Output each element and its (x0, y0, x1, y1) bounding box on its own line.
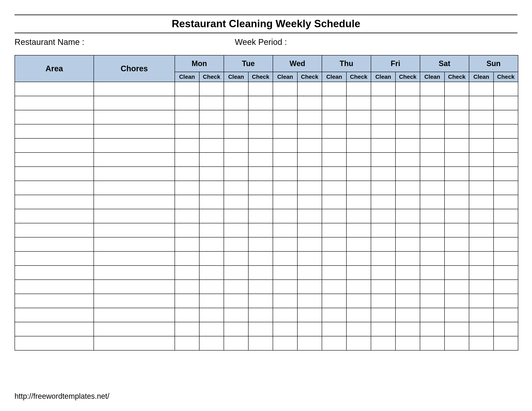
table-cell (175, 223, 199, 237)
table-cell (395, 167, 420, 181)
table-cell (297, 138, 322, 153)
table-cell (175, 124, 199, 138)
table-cell (175, 195, 199, 209)
table-cell (175, 181, 199, 195)
table-cell (15, 209, 94, 223)
table-row (15, 209, 518, 223)
table-cell (273, 308, 297, 322)
table-cell (273, 237, 297, 251)
table-cell (395, 280, 420, 294)
table-cell (297, 110, 322, 124)
table-cell (199, 153, 224, 167)
table-cell (15, 96, 94, 110)
table-cell (445, 322, 469, 336)
table-cell (15, 237, 94, 251)
table-cell (395, 195, 420, 209)
page: Restaurant Cleaning Weekly Schedule Rest… (0, 0, 532, 411)
sub-clean: Clean (175, 72, 199, 82)
table-cell (322, 322, 346, 336)
table-cell (420, 96, 445, 110)
table-cell (395, 124, 420, 138)
sub-check: Check (297, 72, 322, 82)
sub-clean: Clean (469, 72, 494, 82)
table-cell (273, 223, 297, 237)
table-cell (494, 181, 518, 195)
table-cell (94, 110, 175, 124)
header-chores: Chores (94, 55, 175, 82)
table-cell (273, 322, 297, 336)
table-cell (346, 322, 371, 336)
table-cell (469, 181, 494, 195)
table-cell (15, 308, 94, 322)
table-cell (494, 336, 518, 350)
table-cell (15, 138, 94, 153)
table-cell (445, 294, 469, 308)
table-cell (322, 209, 346, 223)
table-cell (94, 280, 175, 294)
table-cell (15, 294, 94, 308)
table-cell (224, 96, 248, 110)
table-cell (420, 82, 445, 96)
table-cell (297, 195, 322, 209)
title-bottom-rule (15, 33, 517, 33)
table-cell (494, 251, 518, 266)
table-cell (224, 237, 248, 251)
table-cell (273, 181, 297, 195)
table-cell (224, 308, 248, 322)
table-cell (346, 138, 371, 153)
table-cell (420, 308, 445, 322)
table-cell (175, 266, 199, 280)
table-cell (224, 336, 248, 350)
sub-clean: Clean (420, 72, 445, 82)
table-cell (322, 181, 346, 195)
table-cell (494, 209, 518, 223)
table-cell (469, 138, 494, 153)
table-cell (248, 110, 273, 124)
table-cell (469, 322, 494, 336)
table-cell (224, 251, 248, 266)
header-day-wed: Wed (273, 55, 322, 72)
table-row (15, 195, 518, 209)
table-cell (248, 266, 273, 280)
table-cell (395, 237, 420, 251)
table-cell (346, 96, 371, 110)
table-cell (395, 223, 420, 237)
table-cell (297, 223, 322, 237)
table-cell (175, 294, 199, 308)
table-row (15, 223, 518, 237)
table-cell (15, 336, 94, 350)
table-cell (469, 336, 494, 350)
table-cell (94, 336, 175, 350)
table-cell (469, 153, 494, 167)
table-cell (94, 266, 175, 280)
table-cell (420, 209, 445, 223)
table-cell (420, 237, 445, 251)
table-cell (494, 294, 518, 308)
table-cell (297, 322, 322, 336)
table-cell (371, 167, 395, 181)
table-row (15, 322, 518, 336)
sub-check: Check (445, 72, 469, 82)
table-cell (199, 237, 224, 251)
table-cell (224, 82, 248, 96)
table-row (15, 280, 518, 294)
table-cell (273, 110, 297, 124)
table-cell (445, 153, 469, 167)
table-cell (224, 266, 248, 280)
table-cell (395, 181, 420, 195)
table-cell (94, 237, 175, 251)
table-cell (273, 195, 297, 209)
table-row (15, 251, 518, 266)
table-cell (297, 167, 322, 181)
sub-clean: Clean (224, 72, 248, 82)
table-cell (469, 124, 494, 138)
table-cell (297, 280, 322, 294)
table-cell (445, 124, 469, 138)
sub-check: Check (494, 72, 518, 82)
table-cell (199, 223, 224, 237)
table-cell (322, 138, 346, 153)
table-cell (224, 181, 248, 195)
table-cell (248, 294, 273, 308)
table-body (15, 82, 518, 350)
schedule-table: Area Chores Mon Tue Wed Thu Fri Sat Sun … (15, 55, 518, 351)
